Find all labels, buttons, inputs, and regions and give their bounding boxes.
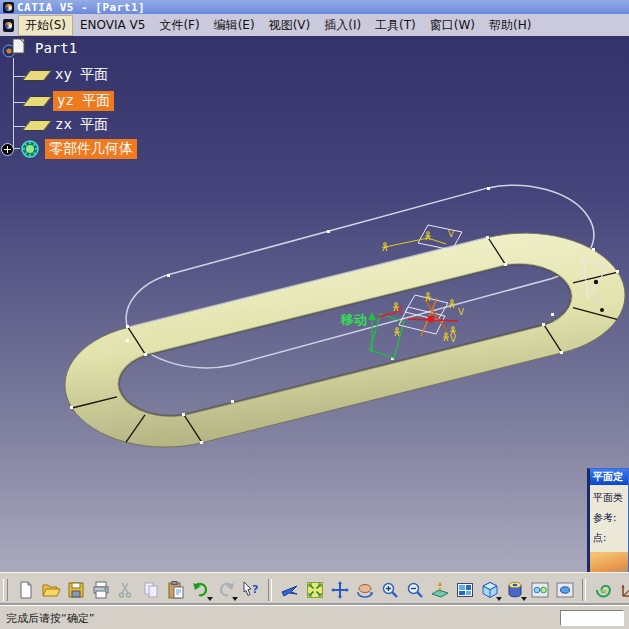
- hide-show-icon[interactable]: [527, 577, 552, 602]
- document-logo-icon: [3, 19, 14, 32]
- isometric-view-icon[interactable]: [477, 577, 502, 602]
- tree-node-yz-plane[interactable]: yz 平面: [26, 91, 114, 111]
- tree-node-zx-plane[interactable]: zx 平面: [26, 116, 110, 134]
- tree-node-label[interactable]: xy 平面: [53, 66, 110, 84]
- app-logo-icon: [3, 2, 14, 13]
- axis-label-v: V: [458, 307, 465, 317]
- menu-bar: 开始(S) ENOVIA V5 文件(F) 编辑(E) 视图(V) 插入(I) …: [0, 14, 629, 37]
- print-icon[interactable]: [88, 577, 113, 602]
- redo-icon[interactable]: [213, 577, 238, 602]
- window-title: CATIA V5 - [Part1]: [17, 1, 145, 14]
- plane-icon: [22, 120, 53, 131]
- pan-icon[interactable]: [327, 577, 352, 602]
- toolbar-separator: [582, 579, 586, 601]
- plane-icon: [22, 70, 53, 81]
- paste-icon[interactable]: [163, 577, 188, 602]
- tree-node-xy-plane[interactable]: xy 平面: [26, 66, 110, 84]
- tree-expander-icon[interactable]: [1, 143, 14, 156]
- power-input-field[interactable]: [560, 610, 624, 626]
- toolbar-separator: [268, 579, 272, 601]
- menu-item-tools[interactable]: 工具(T): [368, 15, 423, 36]
- viewport-3d[interactable]: 移动 V V: [0, 36, 629, 572]
- standard-toolbar: ?: [0, 572, 629, 606]
- tree-node-label-selected[interactable]: 零部件几何体: [45, 139, 137, 159]
- menu-item-insert[interactable]: 插入(I): [317, 15, 368, 36]
- plane-definition-dialog[interactable]: 平面定 平面类 参考: 点:: [587, 468, 629, 572]
- swap-visible-space-icon[interactable]: [552, 577, 577, 602]
- swept-tube-solid[interactable]: [65, 233, 625, 447]
- copy-icon[interactable]: [138, 577, 163, 602]
- menu-item-window[interactable]: 窗口(W): [423, 15, 482, 36]
- axis-label-v2: V: [450, 334, 457, 344]
- menu-item-view[interactable]: 视图(V): [262, 15, 318, 36]
- menu-item-enovia[interactable]: ENOVIA V5: [73, 16, 152, 34]
- part-icon: [2, 38, 28, 58]
- open-file-icon[interactable]: [38, 577, 63, 602]
- new-document-icon[interactable]: [13, 577, 38, 602]
- dialog-preview-image: [590, 552, 628, 572]
- fly-mode-icon[interactable]: [277, 577, 302, 602]
- toolbar-grip[interactable]: [3, 579, 8, 601]
- save-icon[interactable]: [63, 577, 88, 602]
- tree-node-label[interactable]: Part1: [33, 40, 79, 56]
- dialog-field-point: 点:: [590, 525, 628, 545]
- rotate-icon[interactable]: [352, 577, 377, 602]
- tree-node-label-selected[interactable]: yz 平面: [53, 91, 114, 111]
- menu-item-file[interactable]: 文件(F): [152, 15, 206, 36]
- status-bar: 完成后请按“确定”: [0, 605, 629, 629]
- menu-item-start[interactable]: 开始(S): [18, 15, 73, 36]
- render-style-icon[interactable]: [502, 577, 527, 602]
- menu-item-edit[interactable]: 编辑(E): [207, 15, 262, 36]
- move-annotation: 移动: [340, 312, 367, 327]
- undo-icon[interactable]: [188, 577, 213, 602]
- zoom-in-icon[interactable]: [377, 577, 402, 602]
- menu-item-help[interactable]: 帮助(H): [482, 15, 538, 36]
- zoom-out-icon[interactable]: [402, 577, 427, 602]
- context-help-icon[interactable]: ?: [238, 577, 263, 602]
- cut-icon[interactable]: [113, 577, 138, 602]
- svg-text:?: ?: [252, 583, 258, 596]
- tree-node-root[interactable]: Part1: [2, 38, 79, 58]
- normal-view-icon[interactable]: [427, 577, 452, 602]
- spec-tree: Part1 xy 平面 yz 平面 zx 平面 零部件几何体: [0, 36, 230, 206]
- dialog-title-bar[interactable]: 平面定: [590, 469, 628, 485]
- status-message: 完成后请按“确定”: [6, 611, 94, 626]
- fit-all-in-icon[interactable]: [302, 577, 327, 602]
- title-bar[interactable]: CATIA V5 - [Part1]: [0, 0, 629, 14]
- tree-node-label[interactable]: zx 平面: [53, 116, 110, 134]
- dialog-field-reference: 参考:: [590, 505, 628, 525]
- plane-icon: [22, 96, 53, 107]
- tree-node-part-body[interactable]: 零部件几何体: [20, 139, 137, 159]
- catalog-icon[interactable]: [591, 577, 616, 602]
- multi-view-icon[interactable]: [452, 577, 477, 602]
- dialog-field-plane-type: 平面类: [590, 485, 628, 505]
- axis-label-v3: V: [448, 229, 455, 239]
- axis-system-icon[interactable]: [616, 577, 629, 602]
- geometry-body-icon: [20, 139, 40, 159]
